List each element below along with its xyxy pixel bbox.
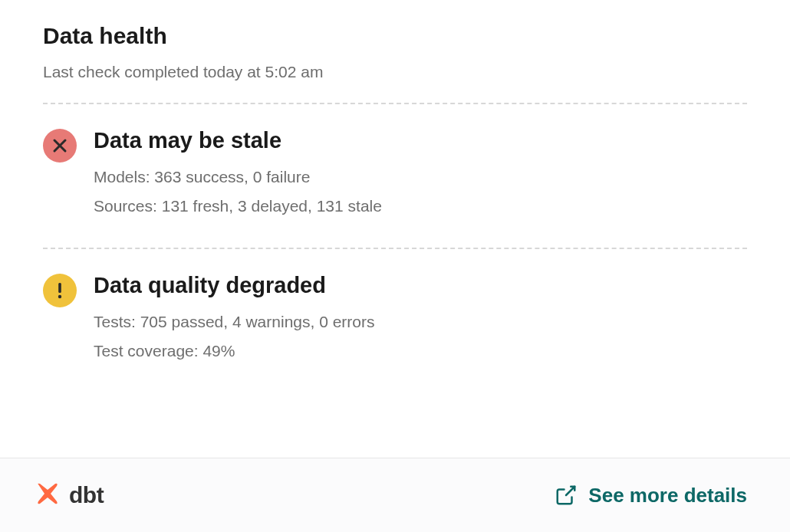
last-check-text: Last check completed today at 5:02 am (43, 63, 747, 81)
quality-section: Data quality degraded Tests: 705 passed,… (43, 249, 747, 392)
warning-icon (43, 274, 77, 307)
brand: dbt (34, 480, 104, 511)
error-icon (43, 129, 77, 163)
quality-coverage-line: Test coverage: 49% (94, 342, 747, 360)
freshness-title: Data may be stale (94, 127, 747, 154)
freshness-section: Data may be stale Models: 363 success, 0… (43, 104, 747, 248)
svg-point-3 (58, 295, 61, 298)
freshness-sources-line: Sources: 131 fresh, 3 delayed, 131 stale (94, 197, 747, 215)
external-link-icon (555, 484, 578, 507)
card-content: Data health Last check completed today a… (0, 0, 790, 458)
data-health-card: Data health Last check completed today a… (0, 0, 790, 532)
svg-rect-2 (58, 283, 61, 293)
brand-name: dbt (69, 482, 104, 508)
quality-title: Data quality degraded (94, 272, 747, 299)
see-more-label: See more details (588, 484, 747, 507)
quality-tests-line: Tests: 705 passed, 4 warnings, 0 errors (94, 313, 747, 331)
freshness-body: Data may be stale Models: 363 success, 0… (94, 127, 747, 226)
dbt-logo-icon (34, 480, 61, 511)
freshness-models-line: Models: 363 success, 0 failure (94, 168, 747, 186)
see-more-details-link[interactable]: See more details (555, 484, 747, 507)
quality-body: Data quality degraded Tests: 705 passed,… (94, 272, 747, 371)
page-title: Data health (43, 23, 747, 49)
card-footer: dbt See more details (0, 458, 790, 532)
